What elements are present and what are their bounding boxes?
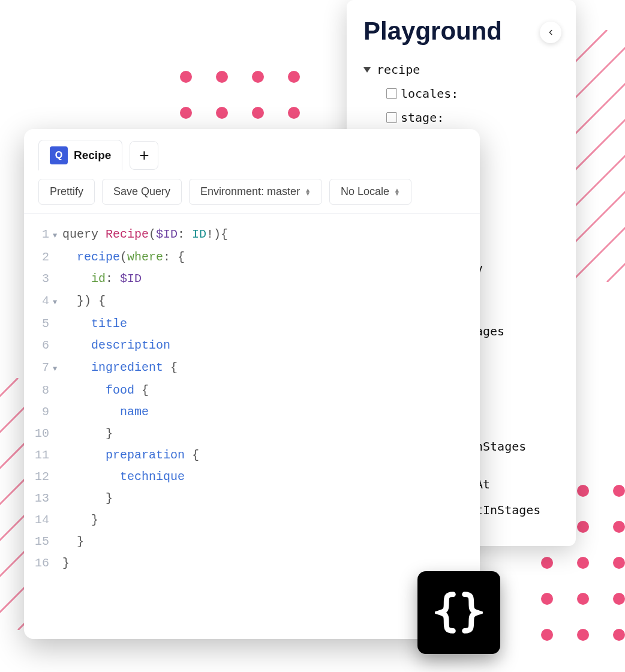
plus-icon: + [139,146,149,165]
code-line[interactable]: 16} [24,553,480,574]
fold-caret-icon [53,280,62,282]
fold-caret-icon [53,392,62,394]
add-tab-button[interactable]: + [130,141,158,170]
tree-field-partial: ages [476,324,504,338]
fold-caret-icon [53,500,62,502]
collapse-button[interactable] [540,22,561,43]
button-label: Prettify [50,185,83,198]
fold-caret-icon[interactable]: ▼ [53,290,62,313]
code-line[interactable]: 6 description [24,335,480,356]
code-line[interactable]: 3 id: $ID [24,268,480,290]
line-number: 12 [24,466,53,488]
code-line[interactable]: 4▼ }) { [24,290,480,313]
code-editor[interactable]: 1▼query Recipe($ID: ID!){2 recipe(where:… [24,214,480,639]
decorative-dots-top [180,71,300,119]
line-number: 3 [24,268,53,290]
tree-arg-stage[interactable]: stage: [363,106,559,130]
code-line[interactable]: 15 } [24,531,480,553]
code-text: } [62,488,113,509]
locale-select[interactable]: No Locale▲▼ [329,179,411,205]
line-number: 15 [24,531,53,553]
button-label: Save Query [113,185,170,198]
query-badge: Q [50,146,68,164]
fold-caret-icon [53,565,62,566]
chevron-left-icon [546,28,555,37]
line-number: 2 [24,247,53,268]
editor-toolbar: Prettify Save Query Environment: master▲… [24,170,480,214]
button-label: No Locale [341,185,389,198]
line-number: 13 [24,488,53,509]
fold-caret-icon [53,435,62,437]
code-text: } [62,531,84,553]
line-number: 4 [24,290,53,312]
line-number: 5 [24,313,53,335]
code-line[interactable]: 7▼ ingredient { [24,356,480,380]
tree-node-recipe[interactable]: recipe [363,58,559,82]
sort-icon: ▲▼ [305,188,311,196]
code-text: } [62,423,113,445]
editor-panel: Q Recipe + Prettify Save Query Environme… [24,129,480,639]
sort-icon: ▲▼ [394,188,400,196]
line-number: 8 [24,380,53,401]
tab-bar: Q Recipe + [24,129,480,170]
code-text: preparation { [62,445,199,466]
checkbox-icon[interactable] [386,88,397,99]
code-line[interactable]: 8 food { [24,380,480,401]
fold-caret-icon[interactable]: ▼ [53,223,62,247]
code-text: description [62,335,170,356]
code-text: recipe(where: { [62,247,185,268]
fold-caret-icon [53,521,62,523]
code-text: title [62,313,127,335]
line-number: 16 [24,553,53,574]
code-text: technique [62,466,185,488]
code-text: ingredient { [62,357,178,379]
tree-arg-label: stage: [401,106,444,130]
tree-field-partial: nStages [476,439,526,454]
braces-icon [435,589,483,637]
fold-caret-icon [53,413,62,415]
code-line[interactable]: 5 title [24,313,480,335]
code-line[interactable]: 11 preparation { [24,445,480,466]
code-line[interactable]: 2 recipe(where: { [24,247,480,268]
code-line[interactable]: 10 } [24,423,480,445]
caret-down-icon [363,67,371,73]
prettify-button[interactable]: Prettify [38,179,95,205]
playground-title: Playground [363,17,559,46]
tab-recipe[interactable]: Q Recipe [38,140,122,170]
code-text: }) { [62,290,106,312]
line-number: 7 [24,357,53,379]
line-number: 9 [24,401,53,423]
save-query-button[interactable]: Save Query [102,179,182,205]
code-line[interactable]: 1▼query Recipe($ID: ID!){ [24,223,480,247]
fold-caret-icon [53,478,62,480]
tree-label: recipe [377,58,420,82]
tree-arg-locales[interactable]: locales: [363,82,559,106]
code-text: food { [62,380,149,401]
code-line[interactable]: 9 name [24,401,480,423]
fold-caret-icon [53,259,62,260]
tree-arg-label: locales: [401,82,458,106]
fold-caret-icon [53,543,62,545]
fold-caret-icon [53,325,62,327]
svg-line-8 [607,246,625,282]
line-number: 6 [24,335,53,356]
checkbox-icon[interactable] [386,112,397,123]
line-number: 10 [24,423,53,445]
code-line[interactable]: 12 technique [24,466,480,488]
code-text: } [62,509,98,531]
svg-line-15 [0,378,18,414]
environment-select[interactable]: Environment: master▲▼ [189,179,322,205]
code-badge [417,571,500,654]
fold-caret-icon [53,347,62,349]
code-text: } [62,553,70,574]
code-text: query Recipe($ID: ID!){ [62,224,228,245]
code-line[interactable]: 14 } [24,509,480,531]
schema-tree: recipe locales: stage: [363,58,559,130]
code-text: id: $ID [62,268,142,290]
code-line[interactable]: 13 } [24,488,480,509]
tree-field-partial: tInStages [476,503,540,517]
button-label: Environment: master [200,185,300,198]
fold-caret-icon[interactable]: ▼ [53,356,62,380]
line-number: 11 [24,445,53,466]
tab-label: Recipe [74,149,111,162]
